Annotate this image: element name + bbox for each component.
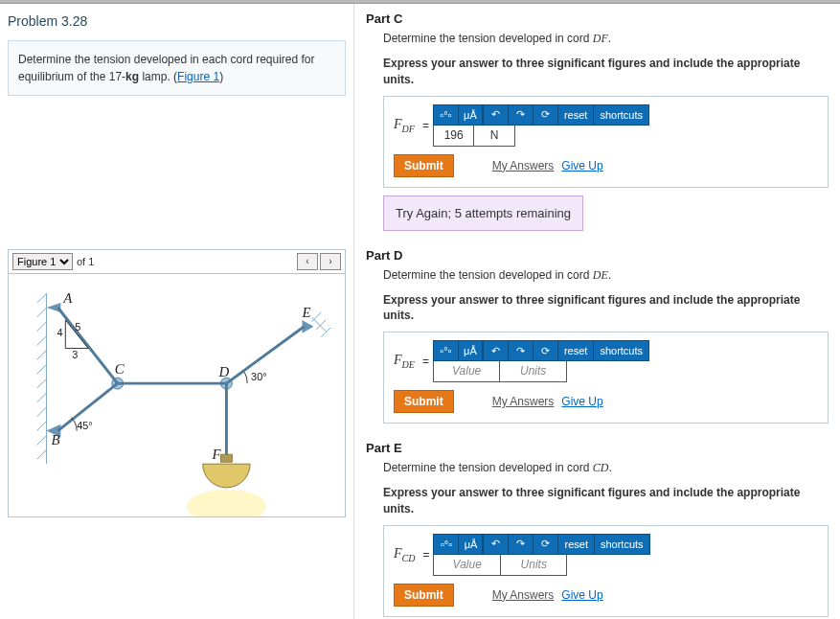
part-c-value[interactable]: 196	[434, 126, 475, 146]
part-c-toolbar: ▫°▫ μÅ ↶ ↷ ⟳ reset shortcuts	[433, 104, 649, 126]
part-d-title: Part D	[366, 248, 829, 263]
figure-next-button[interactable]: ›	[320, 253, 341, 270]
reset-button[interactable]: reset	[557, 104, 593, 126]
part-e-details: Express your answer to three significant…	[383, 485, 829, 517]
undo-icon[interactable]: ↶	[483, 340, 508, 361]
part-e-value-input[interactable]: Value Units	[433, 555, 567, 576]
part-d-answer-box: FDE = ▫°▫ μÅ ↶ ↷	[383, 332, 829, 424]
svg-text:3: 3	[72, 349, 78, 360]
part-d-details: Express your answer to three significant…	[383, 292, 829, 325]
undo-icon[interactable]: ↶	[483, 534, 508, 555]
figure-header: Figure 1 of 1 ‹ ›	[8, 249, 346, 273]
symbol-icon[interactable]: μÅ	[458, 340, 483, 361]
label-B: B	[51, 432, 59, 447]
svg-line-11	[37, 436, 47, 446]
part-c-give-up-link[interactable]: Give Up	[561, 159, 602, 172]
part-d-value[interactable]: Value	[434, 361, 501, 381]
svg-line-9	[37, 407, 47, 417]
reset-refresh-icon[interactable]: ⟳	[533, 534, 557, 555]
part-e-give-up-link[interactable]: Give Up	[561, 588, 602, 602]
part-c-my-answers-link[interactable]: My Answers	[492, 159, 555, 172]
part-c-input-area: ▫°▫ μÅ ↶ ↷ ⟳ reset shortcuts	[433, 104, 649, 147]
svg-line-22	[57, 308, 117, 383]
part-d-give-up-link[interactable]: Give Up	[561, 395, 602, 408]
part-c-answer-box: FDF = ▫°▫ μÅ ↶ ↷	[383, 96, 829, 188]
svg-line-15	[316, 320, 326, 330]
format-icon[interactable]: ▫°▫	[433, 534, 458, 555]
svg-text:45°: 45°	[77, 420, 92, 431]
part-d-prompt: Determine the tension developed in cord …	[383, 268, 829, 283]
svg-line-6	[37, 364, 47, 374]
shortcuts-button[interactable]: shortcuts	[593, 340, 649, 361]
reset-button[interactable]: reset	[557, 534, 593, 555]
figure-of-text: of 1	[77, 256, 94, 267]
figure-body: A B C D E F 4 5 3 45° 30°	[8, 273, 346, 517]
svg-line-8	[37, 393, 47, 402]
svg-text:30°: 30°	[251, 371, 266, 382]
part-e: Part E Determine the tension developed i…	[366, 441, 829, 617]
svg-line-16	[321, 328, 330, 337]
part-d-units[interactable]: Units	[500, 361, 566, 381]
redo-icon[interactable]: ↷	[508, 340, 533, 361]
part-c-submit-button[interactable]: Submit	[394, 154, 454, 177]
shortcuts-button[interactable]: shortcuts	[594, 534, 650, 555]
part-e-submit-button[interactable]: Submit	[394, 584, 454, 607]
symbol-icon[interactable]: μÅ	[458, 104, 483, 126]
svg-line-7	[37, 378, 47, 388]
svg-line-2	[37, 308, 47, 317]
part-d-value-input[interactable]: Value Units	[433, 361, 567, 382]
figure-link[interactable]: Figure 1	[177, 70, 219, 83]
reset-button[interactable]: reset	[557, 340, 593, 361]
figure-select[interactable]: Figure 1	[12, 253, 73, 270]
part-d-var-label: FDE	[394, 353, 415, 370]
part-e-value[interactable]: Value	[434, 555, 501, 575]
right-column: Part C Determine the tension developed i…	[354, 4, 840, 619]
figure-svg: A B C D E F 4 5 3 45° 30°	[9, 274, 345, 516]
redo-icon[interactable]: ↷	[508, 534, 533, 555]
shortcuts-button[interactable]: shortcuts	[593, 104, 649, 126]
reset-refresh-icon[interactable]: ⟳	[533, 104, 557, 126]
format-icon[interactable]: ▫°▫	[433, 340, 458, 361]
problem-title: Problem 3.28	[8, 13, 346, 29]
part-e-my-answers-link[interactable]: My Answers	[492, 588, 555, 602]
problem-bold-kg: kg	[125, 70, 139, 83]
part-d-toolbar: ▫°▫ μÅ ↶ ↷ ⟳ reset shortcuts	[433, 340, 649, 361]
part-e-answer-box: FCD = ▫°▫ μÅ ↶ ↷	[383, 525, 829, 617]
svg-line-5	[37, 351, 47, 360]
main-container: Problem 3.28 Determine the tension devel…	[0, 4, 840, 619]
svg-line-3	[37, 322, 47, 332]
symbol-icon[interactable]: μÅ	[458, 534, 483, 555]
problem-text-2: lamp. (	[139, 70, 177, 83]
part-e-var-label: FCD	[394, 546, 415, 563]
part-e-input-area: ▫°▫ μÅ ↶ ↷ ⟳ reset shortcuts	[433, 534, 649, 576]
svg-line-14	[311, 312, 321, 322]
part-c-units[interactable]: N	[474, 126, 514, 146]
redo-icon[interactable]: ↷	[508, 104, 533, 126]
part-d-my-answers-link[interactable]: My Answers	[492, 395, 555, 408]
problem-text-3: )	[219, 70, 223, 83]
label-F: F	[212, 447, 222, 462]
label-D: D	[217, 364, 229, 379]
part-d: Part D Determine the tension developed i…	[366, 248, 829, 424]
part-c-value-input[interactable]: 196 N	[433, 126, 515, 147]
reset-refresh-icon[interactable]: ⟳	[533, 340, 557, 361]
part-c-details: Express your answer to three significant…	[383, 56, 829, 88]
part-e-toolbar: ▫°▫ μÅ ↶ ↷ ⟳ reset shortcuts	[433, 534, 649, 555]
svg-line-1	[37, 293, 47, 303]
part-d-submit-button[interactable]: Submit	[394, 390, 454, 413]
part-c: Part C Determine the tension developed i…	[366, 11, 829, 231]
undo-icon[interactable]: ↶	[483, 104, 508, 126]
svg-line-12	[37, 449, 47, 459]
format-icon[interactable]: ▫°▫	[433, 104, 458, 126]
part-e-units[interactable]: Units	[501, 555, 567, 575]
label-E: E	[302, 305, 311, 320]
part-d-input-area: ▫°▫ μÅ ↶ ↷ ⟳ reset shortcuts	[433, 340, 649, 382]
part-c-prompt: Determine the tension developed in cord …	[383, 32, 829, 46]
figure-prev-button[interactable]: ‹	[297, 253, 318, 270]
figure-nav: ‹ ›	[297, 253, 341, 270]
svg-text:4: 4	[57, 327, 62, 338]
svg-line-10	[37, 422, 47, 431]
svg-text:5: 5	[75, 321, 80, 332]
svg-point-27	[187, 490, 266, 516]
svg-rect-28	[220, 454, 232, 462]
